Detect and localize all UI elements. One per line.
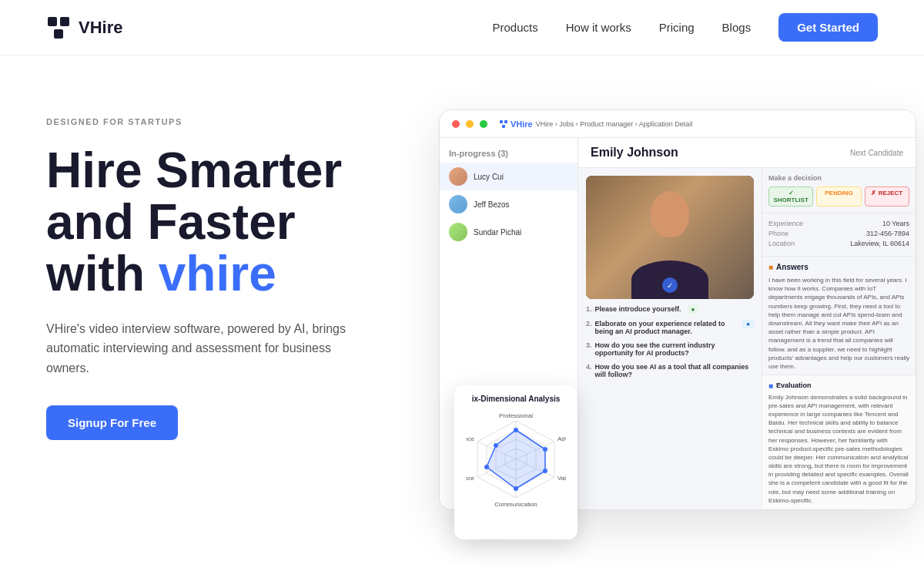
decision-label: Make a decision (768, 174, 909, 182)
svg-rect-2 (54, 29, 63, 39)
navbar: VHire Products How it works Pricing Blog… (0, 0, 924, 55)
question-text: Please introduce yourself. (595, 305, 681, 313)
svg-point-22 (494, 443, 498, 448)
logo-icon (46, 15, 71, 40)
evaluation-panel: ■ Evaluation Emily Johnson demonstrates … (762, 375, 916, 510)
spider-chart-title: ix-Dimensional Analysis (464, 395, 568, 403)
questions-list: 1. Please introduce yourself. ● 2. Elabo… (586, 305, 754, 503)
candidate-info: Experience 10 Years Phone 312-456-7894 L… (762, 213, 916, 257)
dashboard-middle: 1. Please introduce yourself. ● 2. Elabo… (578, 168, 762, 510)
breadcrumb: VHire VHire › Jobs › Product manager › A… (500, 119, 692, 129)
question-text: How do you see AI as a tool that all com… (595, 363, 754, 378)
decision-panel: Make a decision ✓ SHORTLIST PENDING ✗ RE… (762, 168, 916, 213)
nav-pricing[interactable]: Pricing (659, 21, 695, 34)
svg-text:ance: ance (466, 435, 475, 442)
svg-text:ance: ance (466, 475, 475, 482)
pending-button[interactable]: PENDING (816, 187, 861, 207)
shortlist-button[interactable]: ✓ SHORTLIST (768, 187, 813, 207)
dashboard-content: 1. Please introduce yourself. ● 2. Elabo… (578, 168, 916, 510)
signup-button[interactable]: Signup For Free (46, 405, 178, 440)
next-candidate-label: Next Candidate (850, 149, 903, 157)
list-item: 3. How do you see the current industry o… (586, 341, 754, 357)
nav-links: Products How it works Pricing Blogs Get … (493, 13, 878, 42)
logo-text: VHire (79, 18, 122, 38)
svg-text:Advantage: Advantage (557, 435, 566, 442)
candidates-list-header: In-progress (3) (440, 144, 578, 163)
answers-panel: ■ Answers I have been working in this fi… (762, 257, 916, 375)
svg-rect-4 (504, 120, 507, 123)
dashboard-topbar: VHire VHire › Jobs › Product manager › A… (440, 110, 916, 138)
avatar (449, 223, 467, 241)
svg-point-18 (543, 447, 547, 452)
spider-chart-card: ix-Dimensional Analysis (454, 385, 578, 539)
logo[interactable]: VHire (46, 15, 122, 40)
get-started-button[interactable]: Get Started (778, 13, 878, 42)
hero-description: VHire's video interview software, powere… (46, 319, 370, 378)
dashboard-main-header: Emily Johnson Next Candidate (578, 138, 916, 168)
hero-section: DESIGNED FOR STARTUPS Hire Smarter and F… (0, 55, 924, 578)
nav-blogs[interactable]: Blogs (722, 21, 752, 34)
question-text: Elaborate on your experience related to … (595, 320, 737, 335)
dashboard-main: Emily Johnson Next Candidate (578, 138, 916, 510)
svg-text:Values: Values (557, 475, 566, 482)
nav-how-it-works[interactable]: How it works (566, 21, 631, 34)
question-text: How do you see the current industry oppo… (595, 341, 754, 357)
hero-right: VHire VHire › Jobs › Product manager › A… (431, 102, 878, 578)
svg-rect-1 (60, 17, 69, 26)
selected-candidate-name: Emily Johnson (591, 146, 678, 160)
evaluation-content: Emily Johnson demonstrates a solid backg… (768, 393, 909, 505)
dash-logo: VHire (500, 119, 533, 129)
hero-left: DESIGNED FOR STARTUPS Hire Smarter and F… (46, 102, 385, 440)
video-check-icon (662, 277, 678, 293)
list-item: 2. Elaborate on your experience related … (586, 320, 754, 335)
svg-marker-16 (487, 430, 545, 489)
svg-point-21 (484, 465, 489, 469)
list-item[interactable]: Lucy Cui (440, 163, 578, 190)
svg-rect-3 (500, 120, 503, 123)
reject-button[interactable]: ✗ REJECT (865, 187, 909, 207)
hero-eyebrow: DESIGNED FOR STARTUPS (46, 117, 385, 126)
svg-point-20 (514, 486, 518, 491)
svg-text:Professional: Professional (499, 412, 533, 419)
list-item: 4. How do you see AI as a tool that all … (586, 363, 754, 378)
dash-logo-icon (500, 120, 507, 128)
nav-products[interactable]: Products (493, 21, 538, 34)
window-control-minimize (466, 120, 474, 128)
window-control-maximize (480, 120, 487, 128)
avatar (449, 195, 467, 213)
svg-rect-0 (48, 17, 57, 26)
status-badge: ● (688, 305, 699, 314)
spider-chart: Professional Advantage Values Communicat… (466, 409, 566, 509)
svg-rect-5 (502, 125, 505, 128)
dashboard-right-panel: Make a decision ✓ SHORTLIST PENDING ✗ RE… (762, 168, 916, 510)
list-item[interactable]: Jeff Bezos (440, 190, 578, 218)
list-item: 1. Please introduce yourself. ● (586, 305, 754, 314)
svg-point-17 (514, 428, 518, 432)
status-badge: ● (742, 320, 754, 328)
video-container (586, 176, 754, 299)
svg-text:Communication: Communication (494, 501, 537, 508)
hero-title: Hire Smarter and Faster with vhire (46, 145, 385, 301)
answer-content: I have been working in this field for se… (768, 276, 909, 371)
avatar (449, 167, 467, 186)
svg-point-19 (543, 469, 547, 473)
list-item[interactable]: Sundar Pichai (440, 218, 578, 246)
window-control-close (452, 120, 460, 128)
